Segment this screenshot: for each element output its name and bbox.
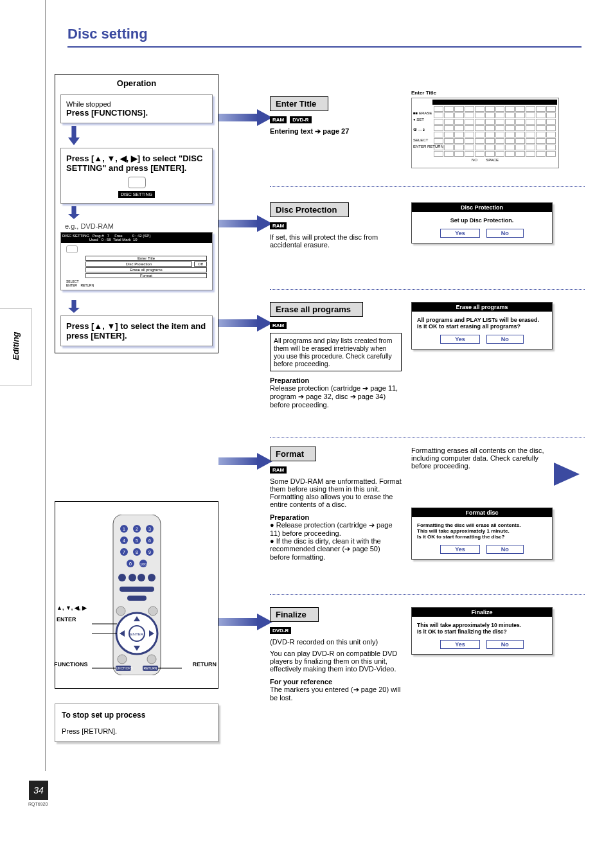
operation-panel: Operation While stopped Press [FUNCTIONS… <box>55 74 218 353</box>
dialog-protection: Disc Protection Set up Disc Protection. … <box>411 202 553 244</box>
doc-ref: RQT6920 <box>28 802 48 806</box>
menu-item-enter-title: Enter Title <box>85 256 207 261</box>
no-label: NO <box>472 158 477 162</box>
no-button[interactable]: No <box>486 640 524 649</box>
badge-ram: RAM <box>270 322 287 329</box>
reference-heading: For your reference <box>270 678 332 686</box>
arrow-right-icon <box>218 109 273 126</box>
dialog-message: This will take approximately 10 minutes.… <box>417 622 547 635</box>
svg-text:4: 4 <box>123 538 125 543</box>
svg-text:100: 100 <box>139 562 147 566</box>
dialog-message: Formatting the disc will erase all conte… <box>417 522 547 540</box>
character-palette: ■■ ERASE ● SET ⦿ — ⊕ SELECT ENTER RETURN… <box>411 98 559 168</box>
format-warning: Formatting erases all contents on the di… <box>411 447 546 470</box>
arrow-right-icon <box>218 453 273 470</box>
dialog-finalize: Finalize This will take approximately 10… <box>411 607 553 655</box>
svg-point-38 <box>118 655 127 664</box>
svg-text:FUNCTIONS: FUNCTIONS <box>114 666 133 670</box>
page-number: 34 <box>29 781 48 800</box>
step2-action: Press [▲, ▼, ◀, ▶] to select "DISC SETTI… <box>66 154 202 173</box>
menu-status-bar: DISC SETTING Prog # 7 Free 0 : 42 (SP) U… <box>61 233 212 243</box>
step1-action: Press [FUNCTIONS]. <box>66 108 148 118</box>
svg-rect-27 <box>120 587 154 592</box>
remote-svg: 1 2 3 4 5 6 7 8 9 0 100 ENTER FUNCTIONS … <box>89 515 185 675</box>
warning-box: All programs and play lists created from… <box>270 333 402 371</box>
svg-text:6: 6 <box>148 538 151 543</box>
svg-point-39 <box>147 655 156 664</box>
section-header: Disc Protection <box>270 202 349 217</box>
space-label: SPACE <box>486 158 499 162</box>
menu-item-format: Format <box>85 273 207 278</box>
svg-point-26 <box>148 574 155 581</box>
badge-ram: RAM <box>270 116 287 123</box>
yes-button[interactable]: Yes <box>440 335 480 344</box>
page-title: Disc setting <box>67 26 148 42</box>
side-tab: Editing <box>0 308 32 385</box>
dialog-title: Format disc <box>412 508 552 517</box>
svg-point-25 <box>138 574 145 581</box>
dialog-message: All programs and PLAY LISTs will be eras… <box>417 317 547 330</box>
dialog-title: Finalize <box>412 608 552 617</box>
no-button[interactable]: No <box>486 335 524 344</box>
step-1: While stopped Press [FUNCTIONS]. <box>60 94 213 123</box>
label-return: RETURN <box>193 661 217 668</box>
arrow-down-icon <box>68 300 80 313</box>
section-body: If set, this will protect the disc from … <box>270 233 402 249</box>
char-grid: document.write(Array.from({length:96}).m… <box>434 106 556 157</box>
svg-text:8: 8 <box>136 550 138 554</box>
no-button[interactable]: No <box>486 545 524 554</box>
stop-process-box: To stop set up process Press [RETURN]. <box>55 704 218 742</box>
svg-text:1: 1 <box>123 527 125 531</box>
no-button[interactable]: No <box>486 229 524 238</box>
yes-button[interactable]: Yes <box>440 545 480 554</box>
svg-point-36 <box>116 607 125 616</box>
dialog-title: Enter Title <box>411 90 436 96</box>
menu-item-protection: Disc Protection <box>85 261 192 267</box>
badge-dvdr: DVD-R <box>290 116 311 123</box>
disc-setting-badge: DISC SETTING <box>118 191 155 198</box>
palette-controls: ■■ ERASE ● SET ⦿ — ⊕ SELECT ENTER RETURN <box>413 110 443 150</box>
disc-setting-menu-preview: DISC SETTING Prog # 7 Free 0 : 42 (SP) U… <box>60 232 213 290</box>
section-body: You can play DVD-R on compatible DVD pla… <box>270 650 402 673</box>
svg-text:3: 3 <box>148 527 151 531</box>
prep-item-2: If the disc is dirty, clean it with the … <box>270 537 381 561</box>
badge-ram: RAM <box>270 222 287 229</box>
arrow-right-icon <box>554 463 580 486</box>
menu-value-off: Off <box>194 261 207 267</box>
yes-button[interactable]: Yes <box>440 640 480 649</box>
svg-point-23 <box>118 574 126 581</box>
svg-text:2: 2 <box>136 527 138 531</box>
svg-point-24 <box>129 574 136 581</box>
step1-condition: While stopped <box>66 100 207 108</box>
svg-rect-28 <box>127 596 147 601</box>
arrow-right-icon <box>218 215 273 232</box>
step-3: Press [▲, ▼] to select the item and pres… <box>60 315 213 346</box>
disc-icon <box>128 177 146 188</box>
reference-body: The markers you entered (➔ page 20) will… <box>270 686 400 702</box>
label-functions: FUNCTIONS <box>54 661 88 668</box>
step3-action: Press [▲, ▼] to select the item and pres… <box>66 321 206 341</box>
arrow-down-icon <box>68 206 80 219</box>
dialog-title: Erase all programs <box>412 303 552 312</box>
prep-item-1: Release protection (cartridge ➔ page 11)… <box>270 521 393 537</box>
margin-line <box>45 0 46 771</box>
svg-text:7: 7 <box>123 550 125 554</box>
section-header: Enter Title <box>270 96 328 111</box>
yes-button[interactable]: Yes <box>440 229 480 238</box>
disc-mini-icon <box>66 245 78 253</box>
title-underline <box>67 46 582 48</box>
badge-ram: RAM <box>270 466 287 474</box>
arrow-right-icon <box>218 614 273 630</box>
svg-point-37 <box>148 607 157 616</box>
label-arrows: ▲, ▼, ◀, ▶ <box>57 605 87 611</box>
stop-body: Press [RETURN]. <box>62 727 117 735</box>
svg-text:9: 9 <box>148 550 151 554</box>
remote-illustration: 1 2 3 4 5 6 7 8 9 0 100 ENTER FUNCTIONS … <box>55 501 218 689</box>
entering-text-ref: Entering text ➔ page 27 <box>270 127 349 135</box>
title-input-bar <box>432 100 557 105</box>
step-2: Press [▲, ▼, ◀, ▶] to select "DISC SETTI… <box>60 148 213 204</box>
svg-text:ENTER: ENTER <box>130 632 143 636</box>
prep-heading: Preparation <box>270 513 309 521</box>
prep-heading: Preparation <box>270 376 309 384</box>
finalize-subtitle: (DVD-R recorded on this unit only) <box>270 638 402 646</box>
